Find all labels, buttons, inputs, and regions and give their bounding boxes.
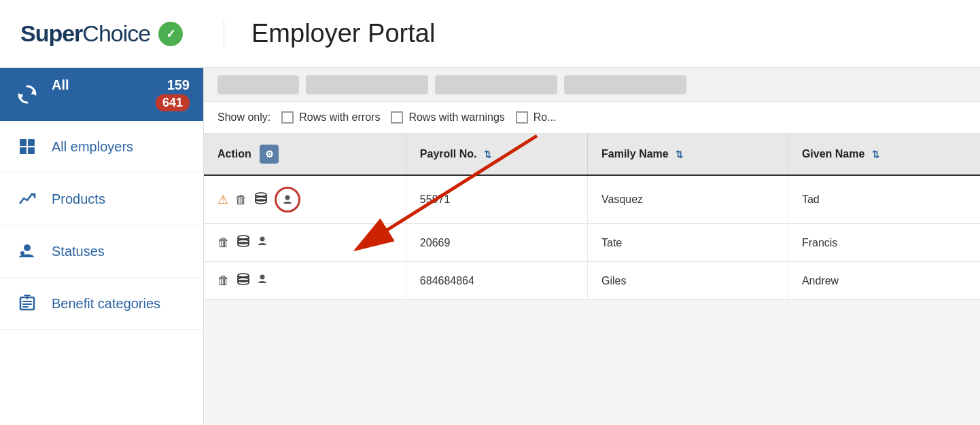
action-col-label: Action: [217, 148, 251, 160]
action-gear-icon[interactable]: ⚙: [260, 145, 279, 164]
col-given-name[interactable]: Given Name ⇅: [788, 134, 980, 175]
svg-point-4: [24, 244, 31, 251]
table-header-row: Action ⚙ Payroll No. ⇅ Family Name ⇅ G: [204, 134, 980, 175]
svg-rect-3: [28, 147, 35, 154]
products-icon: [14, 185, 41, 212]
svg-rect-1: [28, 139, 35, 146]
sidebar-item-all-employers[interactable]: All employers: [0, 121, 203, 173]
payroll-col-label: Payroll No.: [420, 148, 477, 160]
logo-bold: Super: [20, 20, 82, 46]
col-payroll[interactable]: Payroll No. ⇅: [406, 134, 587, 175]
fade-pill-2: [306, 75, 428, 94]
sidebar-item-statuses[interactable]: Statuses: [0, 225, 203, 278]
given-name-sort-icon: ⇅: [872, 149, 879, 160]
fade-pill-1: [217, 75, 299, 94]
all-count-badge: 641: [156, 94, 190, 111]
all-label-row: All 159 641: [52, 77, 190, 111]
action-cell-1: ⚠ 🗑: [204, 175, 406, 224]
svg-rect-0: [20, 139, 27, 146]
all-top-row: All 159: [52, 77, 190, 93]
filter-row: Show only: Rows with errors Rows with wa…: [204, 102, 980, 134]
action-cell-inner-1: ⚠ 🗑: [217, 187, 392, 212]
action-cell-2: 🗑: [204, 224, 406, 262]
table-row: 🗑: [204, 224, 980, 262]
action-cell-3: 🗑: [204, 262, 406, 300]
table-row: 🗑: [204, 262, 980, 300]
delete-icon-3[interactable]: 🗑: [217, 274, 230, 288]
warnings-checkbox[interactable]: [391, 111, 403, 124]
filter-extra[interactable]: Ro...: [516, 111, 557, 124]
statuses-label: Statuses: [52, 244, 105, 259]
show-only-label: Show only:: [217, 111, 270, 124]
delete-icon-2[interactable]: 🗑: [217, 236, 230, 250]
family-name-cell-3: Giles: [588, 262, 788, 300]
main-layout: All 159 641 All employers: [0, 68, 980, 425]
sidebar-item-all[interactable]: All 159 641: [0, 68, 203, 121]
logo-check-icon: ✓: [158, 22, 183, 46]
col-family-name[interactable]: Family Name ⇅: [588, 134, 788, 175]
statuses-icon: [14, 238, 41, 265]
benefit-categories-label: Benefit categories: [52, 296, 160, 312]
fade-pill-3: [435, 75, 557, 94]
person-icon-2[interactable]: [257, 236, 268, 250]
svg-point-29: [260, 275, 265, 280]
svg-rect-2: [20, 147, 27, 154]
family-name-sort-icon: ⇅: [676, 149, 683, 160]
filter-errors[interactable]: Rows with errors: [281, 111, 380, 124]
person-icon-circle-1[interactable]: [275, 187, 300, 212]
action-cell-inner-2: 🗑: [217, 235, 392, 251]
portal-title: Employer Portal: [251, 19, 435, 48]
all-count-top: 159: [167, 77, 190, 93]
payroll-cell-3: 684684864: [406, 262, 587, 300]
logo-light: Choice: [82, 20, 150, 46]
given-name-cell-2: Francis: [788, 224, 980, 262]
logo-text: SuperChoice: [20, 20, 150, 47]
sidebar-item-products[interactable]: Products: [0, 173, 203, 225]
table-row: ⚠ 🗑: [204, 175, 980, 224]
db-icon-1[interactable]: [254, 192, 268, 208]
benefit-categories-icon: [14, 290, 41, 317]
sidebar-item-benefit-categories[interactable]: Benefit categories: [0, 278, 203, 330]
logo-area: SuperChoice ✓: [20, 20, 224, 47]
sidebar: All 159 641 All employers: [0, 68, 204, 425]
svg-point-5: [20, 251, 24, 255]
family-name-cell-2: Tate: [588, 224, 788, 262]
extra-label: Ro...: [533, 111, 557, 124]
warning-icon[interactable]: ⚠: [217, 192, 228, 207]
family-name-cell-1: Vasquez: [588, 175, 788, 224]
svg-point-23: [260, 237, 265, 242]
col-action: Action ⚙: [204, 134, 406, 175]
action-cell-inner-3: 🗑: [217, 273, 392, 289]
content-area: Show only: Rows with errors Rows with wa…: [204, 68, 980, 425]
person-icon-3[interactable]: [257, 274, 268, 288]
all-employers-label: All employers: [52, 139, 133, 155]
table-wrap: Action ⚙ Payroll No. ⇅ Family Name ⇅ G: [204, 134, 980, 425]
errors-label: Rows with errors: [299, 111, 380, 124]
all-label: All: [52, 77, 69, 93]
products-label: Products: [52, 191, 105, 207]
header: SuperChoice ✓ Employer Portal: [0, 0, 980, 68]
given-name-col-label: Given Name: [802, 148, 864, 160]
filter-warnings[interactable]: Rows with warnings: [391, 111, 504, 124]
svg-point-17: [285, 196, 290, 200]
fade-pill-4: [564, 75, 686, 94]
warnings-label: Rows with warnings: [408, 111, 504, 124]
family-name-col-label: Family Name: [601, 148, 669, 160]
payroll-cell-1: 55971: [406, 175, 587, 224]
given-name-cell-3: Andrew: [788, 262, 980, 300]
db-icon-2[interactable]: [237, 235, 250, 251]
top-bar-fade: [204, 68, 980, 102]
data-table: Action ⚙ Payroll No. ⇅ Family Name ⇅ G: [204, 134, 980, 300]
errors-checkbox[interactable]: [281, 111, 294, 124]
all-employers-icon: [14, 133, 41, 160]
given-name-cell-1: Tad: [788, 175, 980, 224]
payroll-cell-2: 20669: [406, 224, 587, 262]
extra-checkbox[interactable]: [516, 111, 528, 124]
payroll-sort-icon: ⇅: [484, 149, 491, 160]
delete-icon-1[interactable]: 🗑: [235, 193, 247, 207]
db-icon-3[interactable]: [237, 273, 250, 289]
sync-icon: [14, 81, 41, 108]
